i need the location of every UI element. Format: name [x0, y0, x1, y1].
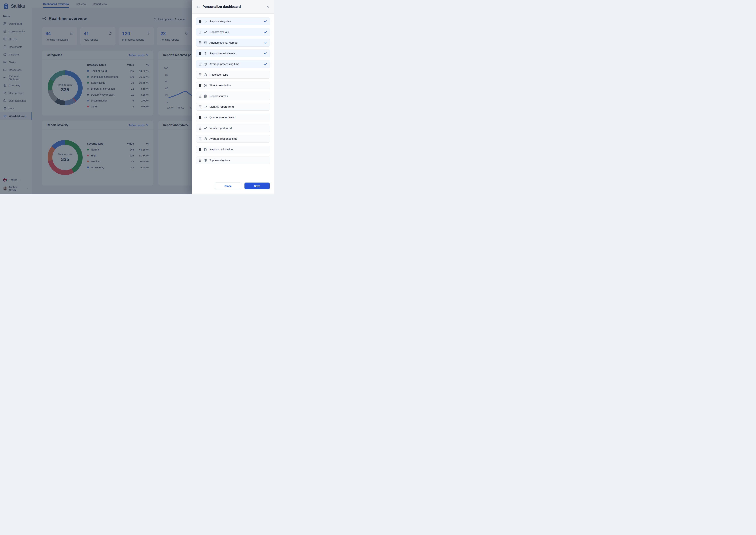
check-circle-icon: [204, 84, 207, 87]
id-card-icon: [204, 41, 207, 44]
personalize-dashboard-modal: Personalize dashboard Report categories …: [192, 0, 274, 194]
widget-item-report-severity-levels[interactable]: Report severity levels: [196, 49, 270, 57]
widget-item-report-sources[interactable]: Report sources: [196, 92, 270, 100]
widget-label: Reports by Hour: [210, 30, 264, 34]
close-button[interactable]: Close: [215, 183, 241, 189]
widget-item-anonymous-vs-named[interactable]: Anonymous vs. Named: [196, 39, 270, 46]
check-icon: [264, 62, 267, 66]
widget-item-average-processing-time[interactable]: Average processing time: [196, 60, 270, 68]
sliders-icon: [196, 5, 200, 9]
clock-icon: [204, 62, 207, 66]
drag-handle-icon[interactable]: [199, 20, 201, 23]
check-icon: [264, 19, 267, 23]
drag-handle-icon[interactable]: [199, 105, 201, 108]
trend-up-icon: [204, 105, 207, 109]
widget-item-quarterly-report-trend[interactable]: Quarterly report trend: [196, 114, 270, 121]
database-icon: [204, 94, 207, 98]
drag-handle-icon[interactable]: [199, 63, 201, 66]
widget-item-yearly-report-trend[interactable]: Yearly report trend: [196, 124, 270, 132]
drag-handle-icon[interactable]: [199, 159, 201, 162]
widget-item-report-categories[interactable]: Report categories: [196, 17, 270, 25]
widget-label: Average processing time: [210, 63, 264, 66]
save-button[interactable]: Save: [244, 183, 270, 189]
tag-icon: [204, 19, 207, 23]
drag-handle-icon[interactable]: [199, 73, 201, 76]
widget-label: Report categories: [210, 20, 264, 23]
clock-icon: [204, 137, 207, 141]
trend-up-icon: [204, 127, 207, 130]
globe-icon: [204, 148, 207, 152]
drag-handle-icon[interactable]: [199, 137, 201, 140]
drag-handle-icon[interactable]: [199, 116, 201, 119]
check-circle-icon: [204, 73, 207, 77]
drag-handle-icon[interactable]: [199, 41, 201, 44]
drag-handle-icon[interactable]: [199, 31, 201, 34]
arrow-up-icon: [204, 52, 207, 55]
drag-handle-icon[interactable]: [199, 148, 201, 151]
widget-item-monthly-report-trend[interactable]: Monthly report trend: [196, 103, 270, 111]
check-icon: [264, 41, 267, 44]
drag-handle-icon[interactable]: [199, 95, 201, 98]
check-icon: [264, 30, 267, 34]
widget-label: Time to resolution: [210, 84, 267, 87]
modal-title: Personalize dashboard: [203, 5, 241, 9]
widget-label: Monthly report trend: [210, 105, 267, 108]
widget-label: Quarterly report trend: [210, 116, 267, 119]
widget-list: Report categories Reports by Hour Anonym…: [196, 17, 270, 167]
widget-item-reports-by-location[interactable]: Reports by location: [196, 146, 270, 153]
widget-label: Resolution type: [210, 73, 267, 76]
widget-item-average-response-time[interactable]: Average response time: [196, 135, 270, 143]
widget-label: Anonymous vs. Named: [210, 41, 264, 44]
trend-up-icon: [204, 116, 207, 119]
trend-up-icon: [204, 30, 207, 34]
modal-footer: Close Save: [215, 183, 270, 189]
widget-label: Yearly report trend: [210, 127, 267, 130]
widget-label: Top investigators: [210, 158, 267, 162]
widget-label: Reports by location: [210, 148, 267, 151]
widget-item-top-investigators[interactable]: Top investigators: [196, 156, 270, 164]
widget-item-reports-by-hour[interactable]: Reports by Hour: [196, 28, 270, 36]
widget-item-resolution-type[interactable]: Resolution type: [196, 71, 270, 79]
drag-handle-icon[interactable]: [199, 84, 201, 87]
widget-label: Report severity levels: [210, 52, 264, 55]
widget-item-time-to-resolution[interactable]: Time to resolution: [196, 82, 270, 89]
widget-label: Report sources: [210, 95, 267, 98]
user-circle-icon: [204, 158, 207, 162]
widget-label: Average response time: [210, 137, 267, 140]
close-icon[interactable]: [265, 4, 270, 10]
drag-handle-icon[interactable]: [199, 127, 201, 130]
drag-handle-icon[interactable]: [199, 52, 201, 55]
modal-header: Personalize dashboard: [192, 0, 274, 14]
check-icon: [264, 52, 267, 55]
